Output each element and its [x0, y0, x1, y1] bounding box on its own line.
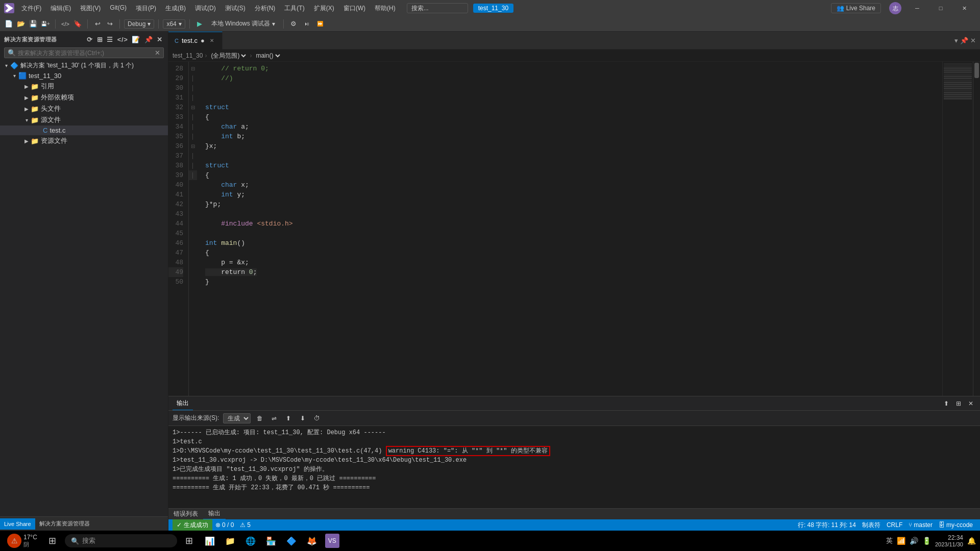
editor-scrollbar[interactable]: [973, 62, 980, 396]
filter-icon[interactable]: ⊞: [96, 35, 104, 44]
menu-tools[interactable]: 工具(T): [280, 3, 308, 14]
sidebar-item-resources[interactable]: ▶ 📁 资源文件: [0, 135, 168, 146]
clock-widget[interactable]: 22:34 2023/11/30: [935, 534, 963, 547]
debug-step-button[interactable]: ⏯: [301, 18, 312, 30]
errors-indicator[interactable]: ⊗ 0 / 0: [212, 519, 237, 531]
tab-type[interactable]: 制表符: [859, 519, 884, 531]
menu-test[interactable]: 测试(S): [221, 3, 250, 14]
output-tab[interactable]: 输出: [173, 397, 193, 410]
redo-button[interactable]: ↪: [104, 18, 115, 30]
bookmark-button[interactable]: 🔖: [72, 18, 83, 30]
code-toggle-button[interactable]: </>: [60, 18, 71, 30]
live-share-tab[interactable]: Live Share: [0, 518, 35, 530]
panel-float-icon[interactable]: ⊞: [953, 398, 964, 409]
edge-button[interactable]: 🔷: [283, 533, 300, 549]
show-all-icon[interactable]: ☰: [106, 35, 114, 44]
cursor-position[interactable]: 行: 48 字符: 11 列: 14: [795, 519, 859, 531]
live-share-button[interactable]: 👥 Live Share: [831, 3, 881, 13]
pin-tab-icon[interactable]: 📌: [960, 37, 968, 44]
output-source-dropdown[interactable]: 生成: [223, 413, 251, 423]
sidebar-item-headers[interactable]: ▶ 📁 头文件: [0, 103, 168, 114]
save-button[interactable]: 💾: [28, 18, 39, 30]
panel-maximize-icon[interactable]: ⬆: [941, 398, 951, 409]
menu-help[interactable]: 帮助(H): [371, 3, 400, 14]
taskview-button[interactable]: ⊞: [181, 533, 198, 549]
platform-dropdown[interactable]: x64 ▾: [163, 19, 185, 29]
menu-extensions[interactable]: 扩展(X): [310, 3, 338, 14]
menu-window[interactable]: 窗口(W): [339, 3, 370, 14]
volume-icon[interactable]: 🔊: [910, 537, 918, 545]
user-avatar[interactable]: 志: [889, 2, 901, 14]
wifi-icon[interactable]: 📶: [897, 537, 905, 545]
undo-button[interactable]: ↩: [92, 18, 103, 30]
collapse-output-icon[interactable]: ⏱: [312, 413, 322, 423]
code-content[interactable]: // return 0; //) struct { char a; int b;…: [197, 62, 942, 396]
notification-icon[interactable]: 🔔: [967, 537, 976, 545]
menu-view[interactable]: 视图(V): [76, 3, 105, 14]
explorer-button[interactable]: 📁: [222, 533, 238, 549]
tab-close-icon[interactable]: ✕: [208, 37, 216, 45]
git-repo[interactable]: 🗄 my-ccode: [936, 519, 976, 531]
maximize-button[interactable]: □: [929, 0, 952, 16]
widgets-button[interactable]: 📊: [202, 533, 218, 549]
breadcrumb-scope-dropdown[interactable]: (全局范围): [209, 52, 248, 60]
sync-icon[interactable]: ⟳: [86, 35, 94, 44]
global-search-input[interactable]: [407, 3, 468, 13]
save-all-button[interactable]: 💾+: [40, 18, 51, 30]
vs-taskbar-icon[interactable]: VS: [324, 533, 340, 549]
menu-build[interactable]: 生成(B): [161, 3, 190, 14]
properties-icon[interactable]: 📝: [131, 35, 141, 44]
run-button[interactable]: ▶: [194, 18, 205, 30]
menu-debug[interactable]: 调试(D): [191, 3, 220, 14]
scroll-lock-icon[interactable]: ⬇: [298, 413, 308, 423]
run-local-button[interactable]: 本地 Windows 调试器 ▾: [207, 18, 279, 29]
breadcrumb-symbol-dropdown[interactable]: main(): [254, 52, 282, 60]
attach-button[interactable]: ⚙: [288, 18, 299, 30]
open-button[interactable]: 📂: [15, 18, 27, 30]
breakpoint-button[interactable]: ⏩: [314, 18, 326, 30]
solution-explorer-tab[interactable]: 解决方案资源管理器: [35, 518, 94, 530]
word-wrap-icon[interactable]: ⇌: [269, 413, 279, 423]
new-file-button[interactable]: 📄: [3, 18, 14, 30]
sidebar-item-external-deps[interactable]: ▶ 📁 外部依赖项: [0, 92, 168, 103]
sidebar-search-input[interactable]: [18, 49, 155, 57]
debug-config-dropdown[interactable]: Debug ▾: [124, 19, 154, 29]
warnings-indicator[interactable]: ⚠ 5: [237, 519, 254, 531]
start-button[interactable]: ⊞: [44, 533, 61, 549]
sidebar-item-source-files[interactable]: ▾ 📁 源文件: [0, 114, 168, 126]
menu-project[interactable]: 项目(P): [132, 3, 160, 14]
build-success-indicator[interactable]: ✓ 生成成功: [173, 519, 212, 531]
find-output-icon[interactable]: ⬆: [283, 413, 293, 423]
close-button[interactable]: ✕: [952, 0, 976, 16]
close-all-tabs-icon[interactable]: ✕: [970, 37, 976, 44]
sidebar-item-test-c[interactable]: ▶ C test.c: [0, 126, 168, 135]
output-bottom-tab[interactable]: 输出: [203, 509, 226, 520]
weather-widget[interactable]: ⚠ 17°C 阴: [4, 534, 40, 548]
error-list-tab[interactable]: 错误列表: [168, 509, 203, 520]
panel-close-icon[interactable]: ✕: [966, 398, 976, 409]
menu-edit[interactable]: 编辑(E): [46, 3, 75, 14]
menu-file[interactable]: 文件(F): [17, 3, 45, 14]
scrollbar-thumb[interactable]: [974, 63, 979, 78]
pin-icon[interactable]: 📌: [143, 35, 154, 44]
clear-output-icon[interactable]: 🗑: [255, 413, 265, 423]
code-view-icon[interactable]: </>: [116, 35, 129, 44]
solution-node[interactable]: ▾ 🔷 解决方案 'test_11_30' (1 个项目，共 1 个): [0, 60, 168, 71]
project-node[interactable]: ▾ 🟦 test_11_30: [0, 71, 168, 81]
minimize-button[interactable]: ─: [905, 0, 929, 16]
line-ending[interactable]: CRLF: [884, 519, 905, 531]
mail-button[interactable]: 🦊: [304, 533, 320, 549]
input-method[interactable]: 英: [886, 536, 893, 545]
menu-analyze[interactable]: 分析(N): [251, 3, 280, 14]
git-branch[interactable]: ⑂ master: [905, 519, 936, 531]
browser-button[interactable]: 🌐: [242, 533, 259, 549]
store-button[interactable]: 🏪: [263, 533, 279, 549]
close-sidebar-icon[interactable]: ✕: [156, 35, 164, 44]
battery-icon[interactable]: 🔋: [922, 537, 931, 545]
tab-list-icon[interactable]: ▾: [954, 37, 958, 44]
menu-git[interactable]: Git(G): [106, 3, 131, 14]
tab-test-c[interactable]: C test.c ● ✕: [168, 32, 223, 49]
clear-search-icon[interactable]: ✕: [155, 49, 160, 57]
taskbar-search[interactable]: 🔍 搜索: [65, 534, 177, 547]
sidebar-item-refs[interactable]: ▶ 📁 引用: [0, 81, 168, 92]
